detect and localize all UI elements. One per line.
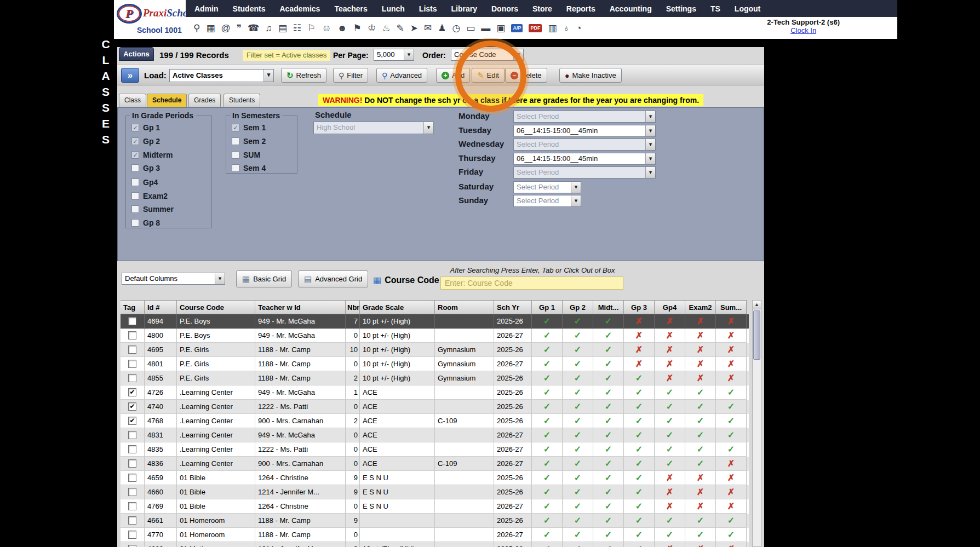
speaker-icon[interactable]: ♫	[265, 24, 272, 33]
document-icon[interactable]: ▭	[466, 24, 475, 33]
table-row[interactable]: 466001 Bible1214 - Jennifer M...9E S N U…	[121, 485, 749, 499]
nav-item-lists[interactable]: Lists	[419, 4, 437, 13]
tag-checkbox[interactable]	[128, 531, 136, 539]
tab-students[interactable]: Students	[223, 94, 260, 107]
search-icon[interactable]: ⚲	[193, 24, 200, 33]
table-row[interactable]: 4835.Learning Center1222 - Ms. Patti0ACE…	[121, 442, 749, 457]
tab-grades[interactable]: Grades	[188, 94, 221, 107]
person-icon[interactable]: ♟	[438, 24, 446, 33]
megaphone-icon[interactable]: ⚐	[307, 24, 316, 33]
tag-checkbox[interactable]	[128, 445, 136, 453]
nav-item-settings[interactable]: Settings	[666, 4, 696, 13]
column-header[interactable]: Gp 3	[624, 300, 655, 314]
tag-icon[interactable]: ⚑	[353, 24, 362, 33]
filter-button[interactable]: ⚲Filter	[333, 68, 368, 83]
nav-item-logout[interactable]: Logout	[735, 4, 760, 13]
students-icon[interactable]: ☻	[337, 24, 347, 33]
column-header[interactable]: Id #	[145, 300, 177, 314]
period-select-tuesday[interactable]: 06__14:15-15:00__45min	[513, 125, 656, 137]
table-row[interactable]: ✔4726.Learning Center949 - Mr. McGaha1AC…	[121, 385, 749, 400]
clock-in-link[interactable]: Clock In	[767, 26, 840, 34]
period-select-friday[interactable]: Select Period	[513, 166, 656, 179]
tag-checkbox[interactable]: ✔	[128, 417, 136, 425]
nav-item-teachers[interactable]: Teachers	[334, 4, 367, 13]
column-header[interactable]: Room	[435, 300, 494, 314]
column-header[interactable]: Grade Scale	[360, 300, 435, 314]
column-header[interactable]: Gp 2	[563, 300, 593, 314]
nav-item-ts[interactable]: TS	[710, 4, 720, 13]
columns-select[interactable]: Default Columns	[122, 273, 225, 285]
table-row[interactable]: 4800P.E. Boys949 - Mr. McGaha010 pt +/- …	[121, 329, 749, 343]
tag-checkbox[interactable]	[128, 474, 136, 482]
delete-button[interactable]: −Delete	[505, 68, 547, 83]
lunch-icon[interactable]: ♨	[382, 24, 390, 33]
scroll-up-arrow-icon[interactable]: ▲	[753, 301, 761, 309]
basic-grid-button[interactable]: ▦Basic Grid	[236, 270, 292, 287]
tag-checkbox[interactable]	[128, 431, 136, 439]
nav-item-library[interactable]: Library	[451, 4, 477, 13]
tag-checkbox[interactable]: ✔	[128, 402, 136, 411]
edit-button[interactable]: ✎Edit	[472, 68, 505, 83]
column-header[interactable]: Midt...	[593, 300, 624, 314]
tab-schedule[interactable]: Schedule	[147, 94, 187, 107]
mail-icon[interactable]: ✉	[424, 24, 432, 33]
table-row[interactable]: 466101 Homeroom1188 - Mr. Camp92025-26✓✓…	[121, 514, 749, 528]
refresh-button[interactable]: ↻Refresh	[281, 68, 326, 83]
notes-icon[interactable]: ✎	[396, 24, 404, 33]
table-row[interactable]: 477001 Homeroom1188 - Mr. Camp02026-27✓✓…	[121, 528, 749, 542]
column-header[interactable]: Course Code	[177, 300, 255, 314]
nav-item-students[interactable]: Students	[233, 4, 266, 13]
add-student-icon[interactable]: ☺	[322, 24, 331, 33]
load-button[interactable]: »	[121, 68, 139, 83]
table-row[interactable]: 4855P.E. Girls1188 - Mr. Camp210 pt +/- …	[121, 371, 749, 385]
pdf-icon[interactable]: PDF	[529, 24, 542, 32]
phone-icon[interactable]: ☎	[248, 24, 259, 33]
tag-checkbox[interactable]	[128, 360, 136, 368]
nav-item-academics[interactable]: Academics	[279, 4, 320, 13]
column-header[interactable]: Exam2	[685, 300, 716, 314]
badge-icon[interactable]: ▣	[496, 24, 505, 33]
table-row[interactable]: 4836.Learning Center900 - Mrs. Carnahan0…	[121, 457, 749, 471]
table-row[interactable]: 465901 Bible1264 - Christine9E S N U2025…	[121, 471, 749, 485]
card-icon[interactable]: ▬	[481, 24, 490, 33]
tag-checkbox[interactable]: ✔	[128, 388, 136, 396]
nav-item-lunch[interactable]: Lunch	[382, 4, 405, 13]
column-header[interactable]: Nbr	[346, 300, 360, 314]
tag-checkbox[interactable]	[128, 346, 136, 354]
order-select[interactable]: Course Code	[451, 49, 524, 61]
advanced-button[interactable]: ⚲Advanced	[376, 68, 427, 83]
tag-checkbox[interactable]	[128, 374, 136, 382]
column-header[interactable]: Sum...	[716, 300, 747, 314]
timer-icon[interactable]: ◔	[576, 24, 581, 33]
column-header[interactable]: Gp 1	[532, 300, 563, 314]
grid-icon[interactable]: ▤	[278, 24, 287, 33]
tag-checkbox[interactable]	[128, 459, 136, 468]
per-page-select[interactable]: 5,000	[374, 49, 414, 61]
tag-checkbox[interactable]	[128, 488, 136, 496]
clock-icon[interactable]: ◷	[452, 24, 460, 33]
table-row[interactable]: 4831.Learning Center949 - Mr. McGaha0ACE…	[121, 428, 749, 442]
make-inactive-button[interactable]: ●Make Inactive	[559, 68, 622, 83]
nav-item-donors[interactable]: Donors	[491, 4, 518, 13]
table-row[interactable]: 476901 Bible1264 - Christine0E S N U2026…	[121, 499, 749, 514]
table-scrollbar[interactable]: ▲	[752, 300, 761, 547]
period-select-thursday[interactable]: 06__14:15-15:00__45min	[513, 153, 656, 165]
period-select-sunday[interactable]: Select Period	[513, 195, 581, 207]
column-header[interactable]: Sch Yr	[494, 300, 532, 314]
column-header[interactable]: Gp4	[655, 300, 685, 314]
course-code-search-input[interactable]	[440, 277, 623, 290]
tag-checkbox[interactable]	[128, 331, 136, 339]
add-button[interactable]: +Add	[436, 68, 470, 83]
column-header[interactable]: Tag	[121, 300, 145, 314]
calendar-icon[interactable]: ☷	[293, 24, 301, 33]
web-icon[interactable]: ♁	[563, 24, 570, 33]
table-row[interactable]: 466201 Math1214 - Jennifer M...910 pt (E…	[121, 542, 749, 547]
logo[interactable]: P PraxiSchool™ School 1001	[114, 0, 186, 39]
ap-icon[interactable]: A/P	[511, 24, 523, 32]
tag-checkbox[interactable]	[128, 516, 136, 525]
table-row[interactable]: 4801P.E. Girls1188 - Mr. Camp010 pt +/- …	[121, 357, 749, 371]
period-select-saturday[interactable]: Select Period	[513, 181, 581, 193]
load-select[interactable]: Active Classes	[169, 69, 274, 82]
tag-checkbox[interactable]	[128, 502, 136, 510]
print-icon[interactable]: ▥	[548, 24, 557, 33]
